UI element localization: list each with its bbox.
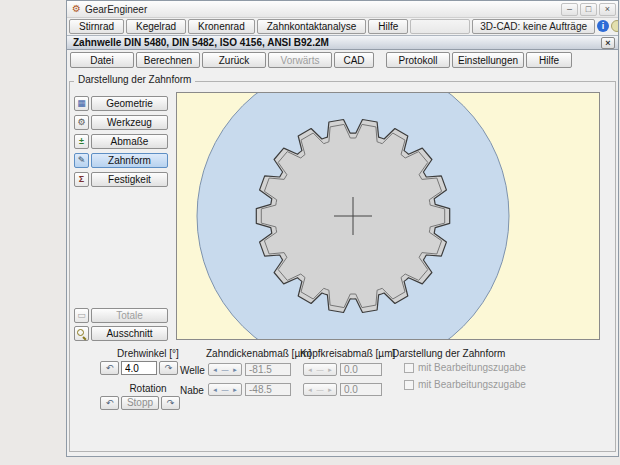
maximize-button[interactable]: □ xyxy=(580,3,597,16)
window-controls: – □ × xyxy=(561,3,616,16)
datei-button[interactable]: Datei xyxy=(70,52,134,68)
zurueck-button[interactable]: Zurück xyxy=(202,52,266,68)
welle-label: Welle xyxy=(180,365,205,376)
zahnform-button[interactable]: Zahnform xyxy=(91,153,168,168)
info-icon[interactable]: i xyxy=(597,20,609,32)
rotate-right-icon[interactable]: ↷ xyxy=(159,361,178,375)
menubar-spacer xyxy=(410,19,470,34)
bearbeitungszugabe-checkbox-1[interactable] xyxy=(404,363,414,373)
bearbeitungszugabe-row-1: mit Bearbeitungszugabe xyxy=(404,362,526,373)
sidebar-item-zahnform: ✎ Zahnform xyxy=(74,153,168,168)
gear-canvas[interactable] xyxy=(176,92,600,340)
gear-drawing xyxy=(177,93,599,339)
minimize-button[interactable]: – xyxy=(561,3,578,16)
spin-left-icon[interactable]: ◄ xyxy=(212,387,218,393)
berechnen-button[interactable]: Berechnen xyxy=(136,52,200,68)
nabe-zahndicken-stepper[interactable]: ◄—► xyxy=(208,383,242,396)
bottom-controls: Drehwinkel [°] ↶ ↷ Rotation ↶ Stopp ↷ Za… xyxy=(96,346,613,420)
totale-icon[interactable]: ▭ xyxy=(74,308,89,323)
app-window: ⚙ GearEngineer – □ × Stirnrad Kegelrad K… xyxy=(66,0,619,457)
rotation-row: ↶ Stopp ↷ xyxy=(100,396,180,410)
view-row-totale: ▭ Totale xyxy=(74,308,168,323)
nabe-label: Nabe xyxy=(180,385,204,396)
tray-icon xyxy=(611,20,619,32)
welle-zahndicken-stepper[interactable]: ◄—► xyxy=(208,363,242,376)
spin-right-icon[interactable]: ► xyxy=(327,367,333,373)
magnifier-icon[interactable] xyxy=(74,326,89,341)
sidebar-item-werkzeug: ⚙ Werkzeug xyxy=(74,115,168,130)
nabe-kopfkreis-stepper[interactable]: ◄—► xyxy=(303,383,337,396)
geometrie-icon[interactable]: ▦ xyxy=(74,96,89,111)
spin-left-icon[interactable]: ◄ xyxy=(212,367,218,373)
close-button[interactable]: × xyxy=(599,3,616,16)
bearbeitungszugabe-label-2: mit Bearbeitungszugabe xyxy=(418,379,526,390)
totale-button[interactable]: Totale xyxy=(91,308,168,323)
view-row-ausschnitt: Ausschnitt xyxy=(74,326,168,341)
welle-kopfkreis-value[interactable] xyxy=(340,363,382,376)
festigkeit-icon[interactable]: Σ xyxy=(74,172,89,187)
abmasse-icon[interactable]: ± xyxy=(74,134,89,149)
document-title: Zahnwelle DIN 5480, DIN 5482, ISO 4156, … xyxy=(70,37,329,48)
zahnform-icon[interactable]: ✎ xyxy=(74,153,89,168)
titlebar: ⚙ GearEngineer – □ × xyxy=(67,1,618,18)
drehwinkel-label: Drehwinkel [°] xyxy=(100,348,196,359)
geometrie-button[interactable]: Geometrie xyxy=(91,96,168,111)
spin-right-icon[interactable]: ► xyxy=(327,387,333,393)
spin-left-icon[interactable]: ◄ xyxy=(307,367,313,373)
cad-status-label: 3D-CAD: keine Aufträge xyxy=(472,19,595,34)
werkzeug-button[interactable]: Werkzeug xyxy=(91,115,168,130)
toolbar: Datei Berechnen Zurück Vorwärts CAD Prot… xyxy=(67,50,618,70)
zahndicken-label: Zahndickenabmaß [µm] xyxy=(206,348,311,359)
kopfkreis-label: Kopfkreisabmaß [µm] xyxy=(300,348,395,359)
bearbeitungszugabe-label-1: mit Bearbeitungszugabe xyxy=(418,362,526,373)
bearbeitungszugabe-checkbox-2[interactable] xyxy=(404,380,414,390)
hilfe-button[interactable]: Hilfe xyxy=(526,52,572,68)
rotate-left-icon[interactable]: ↶ xyxy=(100,361,119,375)
bearbeitungszugabe-row-2: mit Bearbeitungszugabe xyxy=(404,379,526,390)
welle-zahndicken-value[interactable] xyxy=(245,363,291,376)
document-close-icon[interactable]: × xyxy=(601,37,615,49)
vorwaerts-button[interactable]: Vorwärts xyxy=(268,52,332,68)
stopp-button[interactable]: Stopp xyxy=(121,396,159,410)
einstellungen-button[interactable]: Einstellungen xyxy=(452,52,524,68)
sidebar-item-geometrie: ▦ Geometrie xyxy=(74,96,168,111)
spin-right-icon[interactable]: ► xyxy=(232,387,238,393)
menu-hilfe[interactable]: Hilfe xyxy=(368,19,408,34)
drehwinkel-row: ↶ ↷ xyxy=(100,361,178,375)
spin-right-icon[interactable]: ► xyxy=(232,367,238,373)
menu-zahnkontaktanalyse[interactable]: Zahnkontaktanalyse xyxy=(257,19,367,34)
ausschnitt-button[interactable]: Ausschnitt xyxy=(91,326,168,341)
sidebar-item-abmasse: ± Abmaße xyxy=(74,134,168,149)
cad-button[interactable]: CAD xyxy=(334,52,374,68)
protokoll-button[interactable]: Protokoll xyxy=(386,52,450,68)
sidebar-item-festigkeit: Σ Festigkeit xyxy=(74,172,168,187)
group-title: Darstellung der Zahnform xyxy=(74,74,195,85)
document-tabbar: Zahnwelle DIN 5480, DIN 5482, ISO 4156, … xyxy=(67,35,618,50)
drehwinkel-input[interactable] xyxy=(121,361,157,375)
zahnform-groupbox: Darstellung der Zahnform ▦ Geometrie ⚙ W… xyxy=(69,81,616,452)
menu-kronenrad[interactable]: Kronenrad xyxy=(188,19,255,34)
nabe-zahndicken-value[interactable] xyxy=(245,383,291,396)
menu-stirnrad[interactable]: Stirnrad xyxy=(69,19,124,34)
darstellung-label: Darstellung der Zahnform xyxy=(392,348,505,359)
welle-kopfkreis-stepper[interactable]: ◄—► xyxy=(303,363,337,376)
menu-kegelrad[interactable]: Kegelrad xyxy=(126,19,186,34)
window-title: GearEngineer xyxy=(85,4,147,15)
werkzeug-icon[interactable]: ⚙ xyxy=(74,115,89,130)
app-logo-icon: ⚙ xyxy=(72,2,81,16)
abmasse-button[interactable]: Abmaße xyxy=(91,134,168,149)
menubar: Stirnrad Kegelrad Kronenrad Zahnkontakta… xyxy=(67,18,618,35)
rotation-left-icon[interactable]: ↶ xyxy=(100,396,119,410)
rotation-right-icon[interactable]: ↷ xyxy=(161,396,180,410)
spin-left-icon[interactable]: ◄ xyxy=(307,387,313,393)
festigkeit-button[interactable]: Festigkeit xyxy=(91,172,168,187)
nabe-kopfkreis-value[interactable] xyxy=(340,383,382,396)
